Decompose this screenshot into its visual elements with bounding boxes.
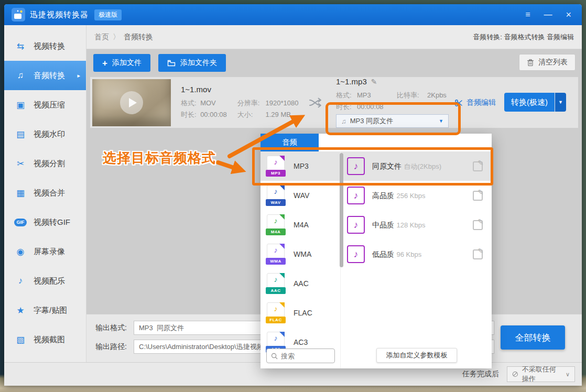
sidebar-item-video-snapshot[interactable]: ▧ 视频截图 [4,325,86,354]
format-item-aac[interactable]: ♪ AAC AAC [261,269,340,298]
format-item-flac[interactable]: ♪ FLAC FLAC [261,298,340,328]
output-format-dropdown-value: MP3 同原文件 [350,116,393,126]
plus-icon: + [102,59,107,68]
sidebar-item-audio-convert[interactable]: ♫ 音频转换 ▸ [4,61,86,90]
audio-edit-link[interactable]: 音频编辑 [455,98,496,107]
format-item-label: WMA [294,250,311,258]
output-format-field-label: 输出格式: [95,323,134,333]
minimize-icon[interactable]: — [544,10,552,19]
output-bitrate-label: 比特率: [397,90,427,101]
app-edition-badge: 极速版 [94,9,122,20]
quality-item-medium[interactable]: ♪ 中品质 128 Kbps ✎ [341,210,492,239]
sidebar-item-label: 视频合并 [34,188,65,198]
output-format-dropdown[interactable]: ♫ MP3 同原文件 ▼ [336,114,449,128]
output-format-value: MP3 [357,90,397,101]
edit-template-icon[interactable]: ✎ [473,161,483,171]
audio-note-icon: ♪ [347,245,365,263]
sidebar-item-label: 视频水印 [34,129,65,139]
sidebar-item-video-convert[interactable]: ⇆ 视频转换 [4,31,86,61]
no-action-icon [512,371,518,378]
format-picker-popup: 音频 ♪ MP3 MP3 ♪ WAV WAV ♪ M4A [261,134,492,368]
format-list-scrollbar[interactable] [340,153,343,267]
chevron-down-icon: ∨ [566,371,570,378]
breadcrumb-separator: 〉 [113,32,120,42]
sidebar-item-video-watermark[interactable]: ▤ 视频水印 [4,119,86,149]
menu-icon[interactable]: ≡ [525,10,530,19]
edit-template-icon[interactable]: ✎ [473,220,483,230]
convert-all-button[interactable]: 全部转换 [501,325,565,350]
convert-arrows-icon [309,97,322,108]
video-snapshot-icon: ▧ [14,334,27,345]
output-info: 1~1.mp3 ✎ 格式: MP3 比特率: 2Kpbs 时长: 00:00:0… [336,77,468,128]
sidebar-item-video-to-gif[interactable]: GIF 视频转GIF [4,208,86,237]
source-size-value: 1.29 MB [265,109,302,121]
music-note-icon: ♫ [341,117,346,125]
add-custom-template-button[interactable]: 添加自定义参数模板 [376,348,457,363]
format-search [266,349,335,363]
convert-button[interactable]: 转换(极速) [504,93,555,112]
convert-button-group: 转换(极速) ▼ [504,93,566,112]
sidebar-item-video-merge[interactable]: ▦ 视频合并 [4,178,86,208]
sidebar-item-video-dubbing[interactable]: ♪ 视频配乐 [4,266,86,296]
titlebar: 迅捷视频转换器 极速版 ≡ — × [4,4,582,25]
after-task-dropdown[interactable]: 不采取任何操作 ∨ [507,366,575,382]
sidebar-item-label: 音频转换 [34,71,65,81]
quality-item-original[interactable]: ♪ 同原文件 自动(2Kbps) ✎ [341,151,492,181]
breadcrumb-home[interactable]: 首页 [94,32,109,42]
mp3-file-icon: ♪ MP3 [267,156,285,177]
format-item-label: MP3 [294,162,309,170]
quality-name: 低品质 [372,250,394,258]
after-task-dropdown-value: 不采取任何操作 [522,365,562,384]
sidebar: ⇆ 视频转换 ♫ 音频转换 ▸ ▣ 视频压缩 ▤ 视频水印 ✂ 视频分割 ▦ 视… [4,25,86,362]
sidebar-item-label: 视频转GIF [34,217,70,227]
toolbar: + 添加文件 添加文件夹 清空列表 [86,49,582,72]
chevron-right-icon: ▸ [77,72,80,79]
video-convert-icon: ⇆ [14,41,27,52]
video-compress-icon: ▣ [14,100,27,111]
quality-name: 中品质 [372,221,394,229]
video-dubbing-icon: ♪ [14,276,27,286]
add-file-button[interactable]: + 添加文件 [93,54,150,72]
trash-icon [527,59,534,67]
close-icon[interactable]: × [566,10,571,19]
video-thumbnail[interactable] [92,79,171,126]
format-item-wav[interactable]: ♪ WAV WAV [261,181,340,210]
format-item-label: FLAC [294,309,312,317]
video-merge-icon: ▦ [14,188,27,199]
sidebar-item-subtitle-sticker[interactable]: ★ 字幕/贴图 [4,296,86,325]
wma-file-icon: ♪ WMA [267,244,285,265]
source-duration-value: 00:00:08 [200,109,237,121]
scissors-icon [455,99,463,107]
window-controls: ≡ — × [525,10,574,19]
sidebar-item-label: 字幕/贴图 [34,306,67,315]
search-icon [271,353,278,360]
after-task-label: 任务完成后 [462,369,499,379]
add-folder-button[interactable]: 添加文件夹 [158,54,226,72]
tab-audio[interactable]: 音频 [261,134,319,151]
source-resolution-value: 1920*1080 [265,97,302,109]
edit-template-icon[interactable]: ✎ [473,249,483,259]
quality-item-low[interactable]: ♪ 低品质 96 Kbps ✎ [341,239,492,269]
format-item-mp3[interactable]: ♪ MP3 MP3 [261,151,340,181]
sidebar-item-video-compress[interactable]: ▣ 视频压缩 [4,90,86,119]
sidebar-item-label: 视频压缩 [34,100,65,110]
format-item-m4a[interactable]: ♪ M4A M4A [261,210,340,239]
folder-icon [167,60,176,67]
play-icon[interactable] [120,91,143,114]
video-split-icon: ✂ [14,158,27,169]
sidebar-item-screen-record[interactable]: ◉ 屏幕录像 [4,237,86,266]
breadcrumb: 首页 〉 音频转换 音频转换: 音频格式转换 音频编辑 [86,25,582,49]
format-item-wma[interactable]: ♪ WMA WMA [261,239,340,269]
clear-list-button[interactable]: 清空列表 [519,54,576,71]
source-format-value: MOV [200,97,237,109]
format-item-label: AAC [294,279,309,288]
source-size-label: 大小: [237,109,266,121]
convert-dropdown-arrow[interactable]: ▼ [555,93,566,112]
sidebar-item-video-split[interactable]: ✂ 视频分割 [4,149,86,178]
output-format-label: 格式: [336,90,357,101]
edit-template-icon[interactable]: ✎ [473,191,483,201]
sidebar-item-label: 视频截图 [34,335,65,345]
rename-pencil-icon[interactable]: ✎ [371,78,377,86]
quality-item-high[interactable]: ♪ 高品质 256 Kbps ✎ [341,181,492,210]
search-input[interactable] [281,352,328,360]
